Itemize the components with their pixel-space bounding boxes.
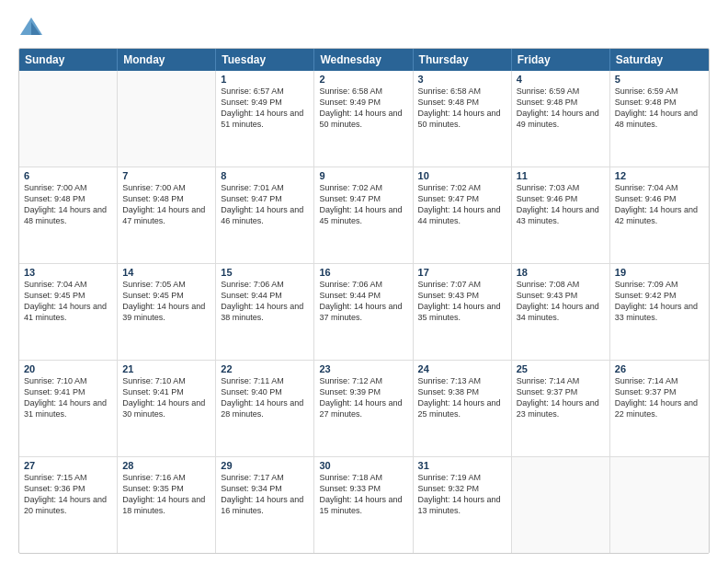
calendar-cell bbox=[512, 457, 610, 553]
calendar-cell: 27Sunrise: 7:15 AMSunset: 9:36 PMDayligh… bbox=[19, 457, 118, 553]
calendar-cell: 2Sunrise: 6:58 AMSunset: 9:49 PMDaylight… bbox=[314, 71, 413, 167]
cell-info: Sunrise: 7:04 AMSunset: 9:46 PMDaylight:… bbox=[615, 182, 704, 227]
calendar-cell: 21Sunrise: 7:10 AMSunset: 9:41 PMDayligh… bbox=[118, 361, 216, 456]
header bbox=[18, 15, 710, 40]
cell-info: Sunrise: 7:18 AMSunset: 9:33 PMDaylight:… bbox=[319, 472, 407, 517]
cell-info: Sunrise: 7:14 AMSunset: 9:37 PMDaylight:… bbox=[517, 375, 605, 420]
header-thursday: Thursday bbox=[414, 49, 512, 71]
cell-info: Sunrise: 6:59 AMSunset: 9:48 PMDaylight:… bbox=[517, 86, 605, 131]
calendar-cell: 18Sunrise: 7:08 AMSunset: 9:43 PMDayligh… bbox=[512, 264, 610, 360]
calendar-cell: 29Sunrise: 7:17 AMSunset: 9:34 PMDayligh… bbox=[216, 457, 314, 553]
cell-info: Sunrise: 7:09 AMSunset: 9:42 PMDaylight:… bbox=[615, 279, 704, 324]
calendar-cell: 22Sunrise: 7:11 AMSunset: 9:40 PMDayligh… bbox=[216, 361, 314, 456]
calendar-cell bbox=[610, 457, 709, 553]
svg-marker-1 bbox=[31, 22, 40, 35]
cell-info: Sunrise: 7:04 AMSunset: 9:45 PMDaylight:… bbox=[24, 279, 112, 324]
calendar-cell: 31Sunrise: 7:19 AMSunset: 9:32 PMDayligh… bbox=[414, 457, 512, 553]
cell-info: Sunrise: 7:05 AMSunset: 9:45 PMDaylight:… bbox=[122, 279, 210, 324]
day-number: 6 bbox=[24, 170, 112, 181]
calendar-row-3: 13Sunrise: 7:04 AMSunset: 9:45 PMDayligh… bbox=[19, 264, 709, 361]
calendar-cell: 1Sunrise: 6:57 AMSunset: 9:49 PMDaylight… bbox=[216, 71, 314, 167]
cell-info: Sunrise: 7:03 AMSunset: 9:46 PMDaylight:… bbox=[517, 182, 605, 227]
calendar-cell: 25Sunrise: 7:14 AMSunset: 9:37 PMDayligh… bbox=[512, 361, 610, 456]
cell-info: Sunrise: 7:00 AMSunset: 9:48 PMDaylight:… bbox=[122, 182, 210, 227]
calendar-row-4: 20Sunrise: 7:10 AMSunset: 9:41 PMDayligh… bbox=[19, 361, 709, 457]
day-number: 8 bbox=[221, 170, 309, 181]
header-sunday: Sunday bbox=[19, 49, 118, 71]
cell-info: Sunrise: 7:02 AMSunset: 9:47 PMDaylight:… bbox=[319, 182, 407, 227]
cell-info: Sunrise: 7:15 AMSunset: 9:36 PMDaylight:… bbox=[24, 472, 112, 517]
cell-info: Sunrise: 6:58 AMSunset: 9:49 PMDaylight:… bbox=[319, 86, 407, 131]
calendar-cell: 23Sunrise: 7:12 AMSunset: 9:39 PMDayligh… bbox=[314, 361, 413, 456]
calendar-cell: 16Sunrise: 7:06 AMSunset: 9:44 PMDayligh… bbox=[314, 264, 413, 360]
calendar: SundayMondayTuesdayWednesdayThursdayFrid… bbox=[18, 48, 710, 554]
calendar-cell: 24Sunrise: 7:13 AMSunset: 9:38 PMDayligh… bbox=[414, 361, 512, 456]
day-number: 28 bbox=[122, 460, 210, 471]
day-number: 11 bbox=[517, 170, 605, 181]
day-number: 16 bbox=[319, 267, 407, 278]
calendar-cell: 19Sunrise: 7:09 AMSunset: 9:42 PMDayligh… bbox=[610, 264, 709, 360]
calendar-row-2: 6Sunrise: 7:00 AMSunset: 9:48 PMDaylight… bbox=[19, 167, 709, 264]
calendar-cell: 17Sunrise: 7:07 AMSunset: 9:43 PMDayligh… bbox=[414, 264, 512, 360]
cell-info: Sunrise: 7:00 AMSunset: 9:48 PMDaylight:… bbox=[24, 182, 112, 227]
calendar-cell: 13Sunrise: 7:04 AMSunset: 9:45 PMDayligh… bbox=[19, 264, 118, 360]
cell-info: Sunrise: 7:17 AMSunset: 9:34 PMDaylight:… bbox=[221, 472, 309, 517]
logo-icon bbox=[18, 15, 44, 40]
day-number: 23 bbox=[319, 363, 407, 374]
calendar-cell: 30Sunrise: 7:18 AMSunset: 9:33 PMDayligh… bbox=[314, 457, 413, 553]
calendar-body: 1Sunrise: 6:57 AMSunset: 9:49 PMDaylight… bbox=[19, 71, 709, 553]
header-wednesday: Wednesday bbox=[314, 49, 413, 71]
day-number: 10 bbox=[418, 170, 506, 181]
calendar-cell: 26Sunrise: 7:14 AMSunset: 9:37 PMDayligh… bbox=[610, 361, 709, 456]
calendar-cell: 9Sunrise: 7:02 AMSunset: 9:47 PMDaylight… bbox=[314, 167, 413, 263]
day-number: 1 bbox=[221, 74, 309, 85]
day-number: 21 bbox=[122, 363, 210, 374]
cell-info: Sunrise: 7:06 AMSunset: 9:44 PMDaylight:… bbox=[319, 279, 407, 324]
cell-info: Sunrise: 7:08 AMSunset: 9:43 PMDaylight:… bbox=[517, 279, 605, 324]
day-number: 7 bbox=[122, 170, 210, 181]
calendar-cell: 11Sunrise: 7:03 AMSunset: 9:46 PMDayligh… bbox=[512, 167, 610, 263]
cell-info: Sunrise: 7:06 AMSunset: 9:44 PMDaylight:… bbox=[221, 279, 309, 324]
day-number: 3 bbox=[418, 74, 506, 85]
calendar-cell: 8Sunrise: 7:01 AMSunset: 9:47 PMDaylight… bbox=[216, 167, 314, 263]
header-friday: Friday bbox=[512, 49, 610, 71]
header-saturday: Saturday bbox=[610, 49, 709, 71]
calendar-cell: 6Sunrise: 7:00 AMSunset: 9:48 PMDaylight… bbox=[19, 167, 118, 263]
day-number: 27 bbox=[24, 460, 112, 471]
calendar-cell: 5Sunrise: 6:59 AMSunset: 9:48 PMDaylight… bbox=[610, 71, 709, 167]
cell-info: Sunrise: 7:11 AMSunset: 9:40 PMDaylight:… bbox=[221, 375, 309, 420]
day-number: 15 bbox=[221, 267, 309, 278]
calendar-cell: 20Sunrise: 7:10 AMSunset: 9:41 PMDayligh… bbox=[19, 361, 118, 456]
calendar-cell bbox=[19, 71, 118, 167]
cell-info: Sunrise: 7:14 AMSunset: 9:37 PMDaylight:… bbox=[615, 375, 704, 420]
day-number: 4 bbox=[517, 74, 605, 85]
cell-info: Sunrise: 7:13 AMSunset: 9:38 PMDaylight:… bbox=[418, 375, 506, 420]
day-number: 9 bbox=[319, 170, 407, 181]
calendar-cell: 12Sunrise: 7:04 AMSunset: 9:46 PMDayligh… bbox=[610, 167, 709, 263]
header-monday: Monday bbox=[118, 49, 216, 71]
day-number: 12 bbox=[615, 170, 704, 181]
day-number: 24 bbox=[418, 363, 506, 374]
cell-info: Sunrise: 7:10 AMSunset: 9:41 PMDaylight:… bbox=[24, 375, 112, 420]
day-number: 31 bbox=[418, 460, 506, 471]
calendar-cell: 7Sunrise: 7:00 AMSunset: 9:48 PMDaylight… bbox=[118, 167, 216, 263]
cell-info: Sunrise: 6:57 AMSunset: 9:49 PMDaylight:… bbox=[221, 86, 309, 131]
cell-info: Sunrise: 6:58 AMSunset: 9:48 PMDaylight:… bbox=[418, 86, 506, 131]
day-number: 14 bbox=[122, 267, 210, 278]
day-number: 22 bbox=[221, 363, 309, 374]
day-number: 5 bbox=[615, 74, 704, 85]
cell-info: Sunrise: 7:01 AMSunset: 9:47 PMDaylight:… bbox=[221, 182, 309, 227]
day-number: 13 bbox=[24, 267, 112, 278]
calendar-cell: 15Sunrise: 7:06 AMSunset: 9:44 PMDayligh… bbox=[216, 264, 314, 360]
day-number: 29 bbox=[221, 460, 309, 471]
calendar-row-5: 27Sunrise: 7:15 AMSunset: 9:36 PMDayligh… bbox=[19, 457, 709, 553]
day-number: 18 bbox=[517, 267, 605, 278]
day-number: 17 bbox=[418, 267, 506, 278]
logo bbox=[18, 15, 48, 40]
calendar-cell: 28Sunrise: 7:16 AMSunset: 9:35 PMDayligh… bbox=[118, 457, 216, 553]
cell-info: Sunrise: 7:07 AMSunset: 9:43 PMDaylight:… bbox=[418, 279, 506, 324]
cell-info: Sunrise: 7:16 AMSunset: 9:35 PMDaylight:… bbox=[122, 472, 210, 517]
day-number: 30 bbox=[319, 460, 407, 471]
cell-info: Sunrise: 7:10 AMSunset: 9:41 PMDaylight:… bbox=[122, 375, 210, 420]
calendar-row-1: 1Sunrise: 6:57 AMSunset: 9:49 PMDaylight… bbox=[19, 71, 709, 167]
